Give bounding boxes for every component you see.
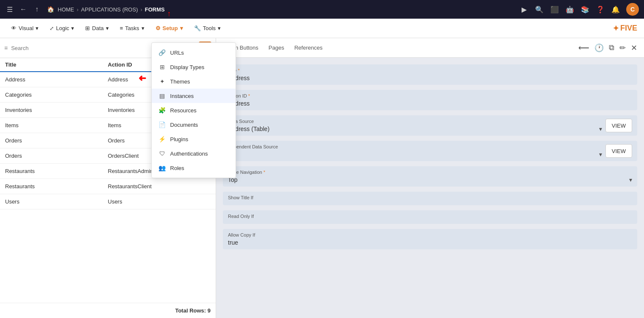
setup-menu-btn[interactable]: ⚙ Setup ▾ xyxy=(151,23,187,33)
row-title: Orders xyxy=(5,153,108,159)
table-row[interactable]: Users Users xyxy=(0,194,216,209)
field-value[interactable]: true xyxy=(228,239,632,246)
field-input[interactable]: Address (Table) ▾ xyxy=(228,126,602,132)
display-types-icon: ⊞ xyxy=(158,63,166,71)
tab-references[interactable]: References xyxy=(294,43,322,53)
row-action-id: Users xyxy=(108,198,211,205)
toolbar: 👁 Visual ▾ ⤢ Logic ▾ ⊞ Data ▾ ≡ Tasks ▾ … xyxy=(0,19,644,38)
data-menu[interactable]: ⊞ Data ▾ xyxy=(81,23,113,33)
field-with-view: Dependent Data Source ▾ VIEW xyxy=(228,144,632,158)
field-chevron-icon: ▾ xyxy=(629,176,632,183)
main-content: ≡ 🔍 📋 + Title Action ID Address Address … xyxy=(0,38,644,318)
column-title: Title xyxy=(5,61,108,68)
red-arrow-setup: ↑ xyxy=(167,9,171,18)
close-icon[interactable]: ✕ xyxy=(631,43,637,53)
right-panel: Action Buttons Pages References ⟵ 🕐 ⧉ ✏ … xyxy=(216,38,644,318)
field-dependent-data-source: Dependent Data Source ▾ VIEW xyxy=(223,141,637,161)
top-bar-left: ☰ ← ↑ 🏠 HOME › APPLICATIONS (ROS) › FORM… xyxy=(5,5,516,14)
search-circle-icon[interactable]: 🔍 xyxy=(535,5,544,14)
field-label: Title * xyxy=(228,68,632,73)
logic-menu[interactable]: ⤢ Logic ▾ xyxy=(45,23,78,33)
five-star-icon: ✦ xyxy=(613,24,619,33)
stop-icon[interactable]: ⬛ xyxy=(550,5,559,14)
menu-item-documents[interactable]: 📄 Documents xyxy=(152,117,236,132)
resources-icon: 🧩 xyxy=(158,106,166,114)
top-bar-right: ▶ 🔍 ⬛ 🤖 📚 ❓ 🔔 C xyxy=(519,3,639,16)
setup-dropdown: 🔗 URLs ⊞ Display Types ✦ Themes ▤ Instan… xyxy=(151,42,236,178)
view-button[interactable]: VIEW xyxy=(605,144,632,158)
tab-pages[interactable]: Pages xyxy=(269,43,284,53)
menu-item-resources[interactable]: 🧩 Resources xyxy=(152,103,236,117)
instances-icon: ▤ xyxy=(158,92,166,100)
plugins-icon: ⚡ xyxy=(158,135,166,143)
data-chevron: ▾ xyxy=(106,25,109,31)
hamburger-icon[interactable]: ☰ xyxy=(5,5,14,14)
menu-item-instances[interactable]: ▤ Instances xyxy=(152,89,236,103)
row-title: Inventories xyxy=(5,107,108,113)
breadcrumb-applications[interactable]: APPLICATIONS (ROS) xyxy=(81,6,138,13)
row-title: Categories xyxy=(5,92,108,98)
view-button[interactable]: VIEW xyxy=(605,119,632,132)
field-label: Show Title If xyxy=(228,195,632,200)
field-label: Read Only If xyxy=(228,214,632,219)
menu-item-roles[interactable]: 👥 Roles xyxy=(152,161,236,175)
setup-menu-container: ⚙ Setup ▾ 🔗 URLs ⊞ Display Types ✦ Theme… xyxy=(151,23,187,33)
breadcrumb: 🏠 HOME › APPLICATIONS (ROS) › FORMS xyxy=(46,5,165,14)
visual-menu[interactable]: 👁 Visual ▾ xyxy=(7,23,43,33)
five-logo: ✦ FIVE xyxy=(613,24,637,33)
field-label: Action ID * xyxy=(228,93,632,98)
book-icon[interactable]: 📚 xyxy=(580,5,590,14)
row-title: Orders xyxy=(5,137,108,144)
logic-icon: ⤢ xyxy=(50,25,54,31)
themes-icon: ✦ xyxy=(158,78,166,85)
right-header: Action Buttons Pages References ⟵ 🕐 ⧉ ✏ … xyxy=(216,38,644,58)
urls-icon: 🔗 xyxy=(158,49,166,56)
breadcrumb-forms[interactable]: FORMS xyxy=(145,6,165,13)
tools-chevron: ▾ xyxy=(218,25,221,31)
form-area: Title * Address Action ID * Address Data… xyxy=(216,58,644,256)
home-icon: 🏠 xyxy=(46,5,55,14)
bell-icon[interactable]: 🔔 xyxy=(611,5,620,14)
menu-item-themes[interactable]: ✦ Themes xyxy=(152,74,236,89)
field-allow-copy-if: Allow Copy If true xyxy=(223,229,637,249)
bot-icon[interactable]: 🤖 xyxy=(565,5,575,14)
field-inner: Dependent Data Source ▾ xyxy=(228,144,602,158)
red-arrow-instances: ➜ xyxy=(139,73,146,84)
field-input[interactable]: ▾ xyxy=(228,151,602,158)
table-row[interactable]: Restaurants RestaurantsClient xyxy=(0,179,216,194)
tools-menu[interactable]: 🔧 Tools ▾ xyxy=(190,23,225,33)
row-title: Restaurants xyxy=(5,168,108,174)
tasks-menu[interactable]: ≡ Tasks ▾ xyxy=(116,23,149,33)
field-value[interactable]: Address xyxy=(228,100,632,107)
back-icon[interactable]: ← xyxy=(19,5,28,14)
visual-chevron: ▾ xyxy=(36,25,39,31)
menu-item-plugins[interactable]: ⚡ Plugins xyxy=(152,132,236,146)
back-action-icon[interactable]: ⟵ xyxy=(578,43,589,53)
field-select[interactable]: Top ▾ xyxy=(228,176,632,183)
field-show-title-if: Show Title If xyxy=(223,192,637,205)
field-with-view: Data Source Address (Table) ▾ VIEW xyxy=(228,119,632,132)
row-title: Users xyxy=(5,198,108,205)
menu-item-display-types[interactable]: ⊞ Display Types xyxy=(152,60,236,74)
edit-icon[interactable]: ✏ xyxy=(619,43,626,53)
logic-chevron: ▾ xyxy=(71,25,74,31)
authentications-icon: 🛡 xyxy=(158,150,166,157)
menu-item-authentications[interactable]: 🛡 Authentications xyxy=(152,146,236,161)
history-icon[interactable]: 🕐 xyxy=(594,43,604,53)
copy-action-icon[interactable]: ⧉ xyxy=(609,43,614,52)
field-label: Dependent Data Source xyxy=(228,144,602,149)
help-icon[interactable]: ❓ xyxy=(596,5,605,14)
right-tabs: Action Buttons Pages References xyxy=(223,43,568,53)
menu-item-urls[interactable]: 🔗 URLs xyxy=(152,45,236,60)
roles-icon: 👥 xyxy=(158,164,166,172)
documents-icon: 📄 xyxy=(158,121,166,128)
avatar[interactable]: C xyxy=(626,3,639,16)
field-page-navigation--: Page Navigation * Top ▾ xyxy=(223,166,637,187)
filter-icon[interactable]: ≡ xyxy=(4,45,8,51)
up-icon[interactable]: ↑ xyxy=(32,5,42,14)
row-title: Address xyxy=(5,76,108,83)
field-value[interactable]: Address xyxy=(228,75,632,81)
search-input[interactable] xyxy=(11,45,174,51)
breadcrumb-home[interactable]: HOME xyxy=(58,6,74,13)
play-icon[interactable]: ▶ xyxy=(519,5,529,14)
